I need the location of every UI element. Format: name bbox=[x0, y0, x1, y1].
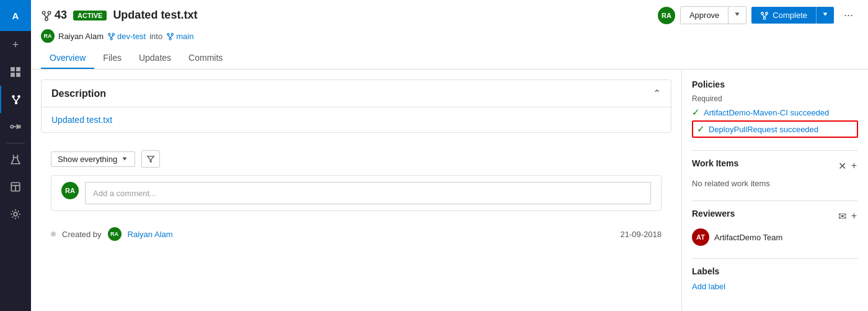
policies-title: Policies bbox=[692, 79, 858, 89]
complete-button[interactable]: Complete bbox=[751, 7, 816, 24]
left-panel: Description ⌃ Updated test.txt Show ever… bbox=[31, 70, 682, 311]
activity-dot bbox=[51, 232, 56, 237]
tab-overview[interactable]: Overview bbox=[41, 48, 94, 69]
current-user-avatar: RA bbox=[658, 7, 675, 24]
main-content: 43 ACTIVE Updated test.txt RA Approve Co… bbox=[31, 0, 868, 311]
description-body: Updated test.txt bbox=[42, 107, 671, 132]
activity-author-link[interactable]: Raiyan Alam bbox=[128, 230, 173, 239]
tab-files[interactable]: Files bbox=[94, 48, 130, 69]
collapse-icon[interactable]: ⌃ bbox=[653, 88, 661, 99]
svg-point-9 bbox=[11, 125, 14, 128]
work-items-title: Work Items bbox=[692, 158, 738, 168]
settings-icon[interactable] bbox=[0, 201, 31, 228]
source-branch-link[interactable]: dev-test bbox=[107, 32, 146, 41]
show-filter-label: Show everything bbox=[58, 155, 117, 164]
svg-point-18 bbox=[45, 17, 48, 20]
body: Description ⌃ Updated test.txt Show ever… bbox=[31, 70, 868, 311]
svg-line-19 bbox=[44, 14, 47, 17]
svg-point-5 bbox=[17, 95, 20, 98]
test-icon[interactable] bbox=[0, 146, 31, 173]
into-text: into bbox=[149, 32, 162, 41]
add-label-link[interactable]: Add label bbox=[692, 282, 725, 291]
user-avatar[interactable]: A bbox=[0, 0, 31, 31]
svg-point-21 bbox=[761, 12, 764, 14]
svg-line-24 bbox=[763, 14, 765, 17]
work-items-section: Work Items ✕ + No related work items bbox=[692, 158, 858, 188]
comment-input[interactable]: Add a comment... bbox=[85, 182, 651, 204]
pr-title: Updated test.txt bbox=[113, 9, 197, 22]
activity-row: Created by RA Raiyan Alam 21-09-2018 bbox=[41, 221, 671, 247]
tabs: Overview Files Updates Commits bbox=[41, 48, 858, 69]
svg-point-16 bbox=[42, 11, 45, 14]
divider1 bbox=[692, 150, 858, 151]
work-items-add-button[interactable]: + bbox=[850, 160, 858, 172]
target-branch-link[interactable]: main bbox=[166, 32, 193, 41]
policy1-link[interactable]: ArtifactDemo-Maven-CI succeeded bbox=[704, 108, 829, 117]
svg-line-30 bbox=[111, 35, 113, 37]
svg-rect-2 bbox=[11, 73, 15, 77]
plus-icon[interactable]: + bbox=[0, 31, 31, 58]
header-top: 43 ACTIVE Updated test.txt RA Approve Co… bbox=[41, 6, 858, 24]
policy1-item: ✓ ArtifactDemo-Maven-CI succeeded bbox=[692, 107, 858, 118]
chevron-down-icon bbox=[733, 11, 741, 18]
policy2-check-icon: ✓ bbox=[697, 124, 705, 135]
labels-section: Labels Add label bbox=[692, 266, 858, 291]
filter-button[interactable] bbox=[141, 150, 160, 168]
description-text: Updated test.txt bbox=[51, 115, 112, 125]
approve-button-group[interactable]: Approve bbox=[680, 6, 746, 24]
svg-point-27 bbox=[112, 33, 114, 35]
divider2 bbox=[692, 201, 858, 201]
svg-line-25 bbox=[764, 14, 767, 17]
divider3 bbox=[692, 258, 858, 259]
tab-commits[interactable]: Commits bbox=[180, 48, 231, 69]
reviewers-header: Reviewers ✉ + bbox=[692, 209, 858, 223]
complete-button-group[interactable]: Complete bbox=[751, 7, 834, 24]
more-options-button[interactable]: ··· bbox=[839, 6, 858, 24]
activity-date: 21-09-2018 bbox=[621, 230, 662, 239]
active-badge: ACTIVE bbox=[73, 11, 107, 20]
branch-icon bbox=[107, 32, 115, 40]
target-branch-icon bbox=[166, 32, 174, 40]
svg-point-4 bbox=[12, 95, 15, 98]
svg-point-28 bbox=[110, 37, 112, 39]
author-name: Raiyan Alam bbox=[58, 32, 104, 41]
work-items-actions: ✕ + bbox=[837, 160, 858, 172]
required-label: Required bbox=[692, 94, 858, 103]
reviewer-avatar: AT bbox=[692, 228, 709, 246]
filter-row: Show everything bbox=[41, 143, 671, 175]
activity-author-name: Raiyan Alam bbox=[128, 230, 173, 239]
reviewers-add-button[interactable]: + bbox=[850, 210, 858, 222]
show-filter-dropdown[interactable]: Show everything bbox=[51, 151, 135, 167]
policy2-link[interactable]: DeployPullRequest succeeded bbox=[709, 125, 818, 134]
header-right: RA Approve Complete ··· bbox=[658, 6, 858, 24]
svg-line-34 bbox=[168, 35, 170, 37]
tab-updates[interactable]: Updates bbox=[130, 48, 180, 69]
svg-point-32 bbox=[171, 33, 173, 35]
policy2-item: ✓ DeployPullRequest succeeded bbox=[692, 120, 858, 138]
pipelines-icon[interactable] bbox=[0, 113, 31, 140]
svg-point-23 bbox=[764, 17, 766, 19]
approve-dropdown-button[interactable] bbox=[728, 7, 746, 24]
repos-icon[interactable] bbox=[0, 86, 31, 113]
reviewers-actions: ✉ + bbox=[837, 210, 858, 222]
policies-section: Policies Required ✓ ArtifactDemo-Maven-C… bbox=[692, 79, 858, 138]
svg-point-17 bbox=[48, 11, 51, 14]
svg-point-33 bbox=[169, 37, 171, 39]
chevron-down-filter-icon bbox=[121, 155, 128, 163]
description-card: Description ⌃ Updated test.txt bbox=[41, 79, 671, 133]
svg-point-15 bbox=[14, 212, 17, 216]
approve-button[interactable]: Approve bbox=[681, 7, 728, 24]
work-items-header: Work Items ✕ + bbox=[692, 158, 858, 173]
complete-dropdown-button[interactable] bbox=[816, 7, 834, 24]
dashboard-icon[interactable] bbox=[0, 58, 31, 86]
funnel-icon bbox=[146, 155, 155, 163]
pr-icon: 43 bbox=[41, 9, 67, 22]
author-avatar: RA bbox=[41, 29, 55, 43]
pr-merge-icon bbox=[41, 10, 52, 21]
reviewers-email-button[interactable]: ✉ bbox=[837, 210, 848, 222]
work-items-close-button[interactable]: ✕ bbox=[837, 160, 848, 172]
artifacts-icon[interactable] bbox=[0, 173, 31, 201]
reviewers-section: Reviewers ✉ + AT ArtifactDemo Team bbox=[692, 209, 858, 246]
reviewers-title: Reviewers bbox=[692, 209, 735, 219]
header: 43 ACTIVE Updated test.txt RA Approve Co… bbox=[31, 0, 868, 70]
